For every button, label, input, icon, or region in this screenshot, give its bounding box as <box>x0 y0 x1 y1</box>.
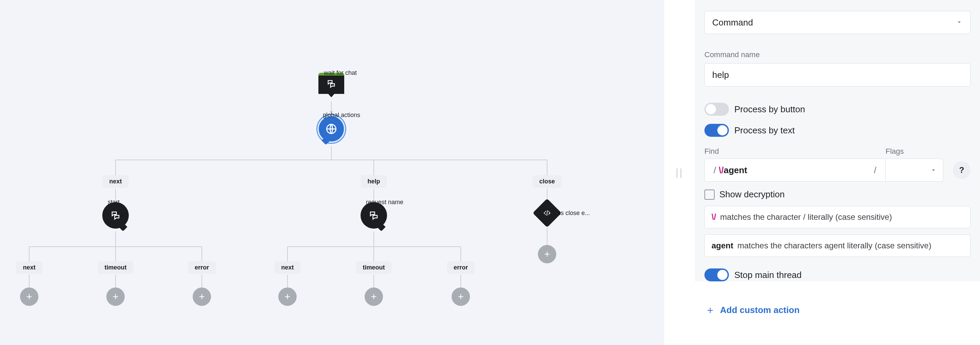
branch-pill-close[interactable]: close <box>533 175 562 188</box>
branch-pill[interactable]: next <box>274 261 301 274</box>
add-node-button[interactable]: + <box>20 288 38 306</box>
branch-pill[interactable]: timeout <box>356 261 392 274</box>
stop-main-thread-label: Stop main thread <box>734 270 802 280</box>
command-name-value: help <box>712 70 729 80</box>
regex-escape-token: \/ <box>719 165 724 176</box>
chat-bubbles-icon <box>110 210 121 220</box>
process-by-text-label: Process by text <box>734 125 795 136</box>
add-node-button[interactable]: + <box>192 288 211 306</box>
branch-pill[interactable]: error <box>447 261 475 274</box>
flags-label: Flags <box>886 147 943 156</box>
token-desc: matches the character / literally (case … <box>720 212 892 222</box>
node-label: request name <box>366 199 403 206</box>
globe-icon <box>325 123 337 135</box>
process-by-button-toggle[interactable] <box>705 103 729 116</box>
regex-literal-token: agent <box>724 165 747 176</box>
stop-main-thread-toggle[interactable] <box>705 268 729 281</box>
add-custom-action-label: Add custom action <box>720 305 800 315</box>
show-decryption-label: Show decryption <box>719 189 784 200</box>
node-label: global actions <box>323 112 360 119</box>
chat-bubbles-icon <box>369 210 379 220</box>
process-as-select[interactable]: Command <box>705 11 970 34</box>
add-custom-action-button[interactable]: ＋ Add custom action <box>695 293 980 327</box>
show-decryption-checkbox[interactable] <box>705 190 714 200</box>
add-node-button[interactable]: + <box>364 288 383 306</box>
help-icon: ? <box>959 165 964 175</box>
node-label: start <box>108 199 119 206</box>
command-name-label: Command name <box>705 50 970 59</box>
branch-pill[interactable]: next <box>16 261 42 274</box>
branch-pill-help[interactable]: help <box>361 175 387 188</box>
process-as-value: Command <box>712 18 753 28</box>
branch-pill[interactable]: error <box>188 261 216 274</box>
node-label: process close e... <box>542 209 590 217</box>
chevron-down-icon <box>930 167 937 174</box>
plus-icon: ＋ <box>705 303 715 317</box>
token-desc: matches the characters agent literally (… <box>737 241 931 251</box>
flow-canvas[interactable]: wait for chat global actions next help c… <box>0 0 664 345</box>
add-node-button[interactable]: + <box>278 288 297 306</box>
command-name-input[interactable]: help <box>705 63 970 86</box>
token: agent <box>711 241 733 251</box>
regex-close-delim: / <box>874 165 877 176</box>
regex-open-delim: / <box>714 165 716 176</box>
find-label: Find <box>705 147 886 156</box>
panel-resize-handle[interactable]: || <box>664 0 695 345</box>
add-node-button[interactable]: + <box>452 288 470 306</box>
regex-help-button[interactable]: ? <box>953 161 970 179</box>
token: \/ <box>711 212 716 222</box>
branch-pill-next[interactable]: next <box>102 175 129 188</box>
decryption-row-2: agent matches the characters agent liter… <box>705 235 970 257</box>
connector-lines <box>0 0 664 345</box>
chevron-down-icon <box>956 18 963 28</box>
regex-find-input[interactable]: / \/ agent / <box>705 158 886 182</box>
process-by-button-label: Process by button <box>734 104 805 115</box>
branch-pill[interactable]: timeout <box>98 261 134 274</box>
node-label: wait for chat <box>324 69 357 77</box>
properties-panel: Process as Command Command name help Pro… <box>695 0 980 345</box>
add-node-button[interactable]: + <box>107 288 125 306</box>
process-by-text-toggle[interactable] <box>705 124 729 137</box>
regex-flags-select[interactable] <box>886 158 943 182</box>
grip-icon: || <box>676 167 684 178</box>
chat-bubbles-icon <box>326 79 336 88</box>
decryption-row-1: \/ matches the character / literally (ca… <box>705 206 970 228</box>
add-node-button[interactable]: + <box>538 245 556 264</box>
